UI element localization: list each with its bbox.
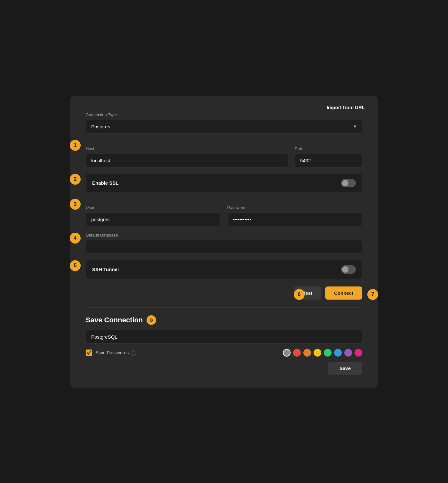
save-connection-section: Save Connection 8 Save Passwords ? [86,315,362,375]
host-label: Host [86,146,288,151]
color-swatch-green[interactable] [324,349,332,357]
save-passwords-left: Save Passwords ? [86,350,136,356]
ssh-label: SSH Tunnel [92,267,119,272]
default-database-input[interactable] [86,240,362,254]
connection-type-label: Connection Type [86,112,362,117]
color-swatch-pink[interactable] [355,349,362,357]
section-divider [86,307,362,308]
step-badge-6: 6 [294,289,305,300]
connection-type-section: Connection Type Postgres MySQL SQLite Ma… [86,112,362,133]
color-swatch-blue[interactable] [334,349,342,357]
default-database-row: 4 Default Database [86,233,362,254]
color-swatch-yellow[interactable] [314,349,321,357]
default-database-label: Default Database [86,233,362,237]
ssh-section: SSH Tunnel [86,260,362,279]
save-name-input[interactable] [86,330,362,344]
user-label: User [86,205,221,210]
host-port-row: 1 Host Port [86,140,362,167]
color-swatch-gray[interactable] [283,349,291,357]
step-badge-3: 3 [70,199,81,210]
step-badge-4: 4 [70,233,81,244]
save-passwords-label: Save Passwords ? [95,350,136,356]
host-input[interactable] [86,154,288,167]
save-connection-title: Save Connection 8 [86,315,362,325]
save-button[interactable]: Save [328,362,362,375]
port-section: Port [295,140,362,167]
port-input[interactable] [295,154,362,167]
ssl-toggle[interactable] [341,179,356,187]
connect-button[interactable]: Connect [325,286,362,300]
step-badge-8: 8 [147,315,156,325]
action-row: 6 Test Connect 7 [86,286,362,300]
color-swatch-purple[interactable] [344,349,352,357]
color-swatch-red[interactable] [293,349,301,357]
step-badge-1: 1 [70,140,81,151]
password-section: Password [227,199,362,226]
host-section: Host [86,140,288,167]
password-input[interactable] [227,213,362,226]
connection-panel: Import from URL Connection Type Postgres… [70,96,378,388]
save-passwords-checkbox[interactable] [86,350,92,356]
user-section: User [86,199,221,226]
connection-type-wrapper: Postgres MySQL SQLite MariaDB MSSQL ▼ [86,120,362,133]
ssl-section: Enable SSL [86,174,362,192]
step-badge-5: 5 [70,260,81,271]
color-swatch-orange[interactable] [303,349,311,357]
ssh-slider [341,265,356,274]
step-badge-7: 7 [367,289,378,300]
ssh-row: 5 SSH Tunnel [86,260,362,279]
port-label: Port [295,146,362,151]
save-btn-row: Save [86,362,362,375]
password-label: Password [227,205,362,210]
save-bottom-row: Save Passwords ? [86,349,362,357]
color-swatches [283,349,362,357]
ssl-label: Enable SSL [92,180,119,186]
ssl-row: 2 Enable SSL [86,174,362,192]
ssh-toggle[interactable] [341,265,356,274]
user-password-row: 3 User Password [86,199,362,226]
user-input[interactable] [86,213,221,226]
help-icon[interactable]: ? [131,350,136,356]
step-badge-2: 2 [70,174,81,185]
ssl-slider [341,179,356,187]
connection-type-select[interactable]: Postgres MySQL SQLite MariaDB MSSQL [86,120,362,133]
import-url-button[interactable]: Import from URL [327,105,365,110]
